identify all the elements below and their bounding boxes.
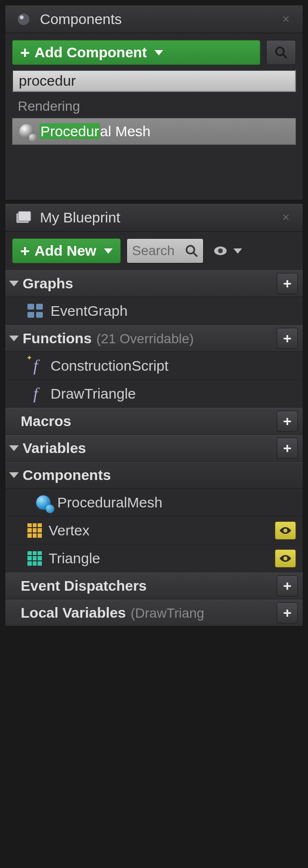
category-variables[interactable]: Variables + (5, 435, 303, 462)
item-label: ConstructionScript (51, 358, 168, 374)
item-label: Vertex (49, 522, 268, 539)
add-local-variable-button[interactable]: + (277, 602, 298, 623)
blueprint-toolbar: + Add New Search (5, 232, 303, 270)
search-section-label: Rendering (5, 96, 303, 118)
my-blueprint-panel: My Blueprint × + Add New Search Graphs +… (5, 203, 303, 627)
search-icon (274, 46, 288, 59)
item-constructionscript[interactable]: f ConstructionScript (5, 352, 303, 380)
category-label: Graphs (23, 275, 73, 292)
expand-icon (9, 336, 19, 341)
chevron-down-icon (154, 50, 163, 55)
add-function-button[interactable]: + (277, 328, 298, 349)
category-label: Macros (21, 413, 71, 429)
components-tab-header: Components × (5, 5, 303, 33)
category-label: Event Dispatchers (21, 578, 147, 594)
item-label: EventGraph (51, 303, 128, 319)
blueprint-icon (14, 208, 33, 227)
category-functions[interactable]: Functions (21 Overridable) + (5, 325, 303, 352)
eventgraph-icon (27, 304, 44, 318)
item-label: ProceduralMesh (57, 494, 162, 511)
svg-point-6 (187, 246, 194, 254)
search-toggle-button[interactable] (266, 40, 296, 65)
add-macro-button[interactable]: + (277, 411, 298, 432)
function-icon: f (27, 385, 44, 403)
category-components-vars[interactable]: Components (5, 462, 303, 489)
visibility-filter-button[interactable] (209, 238, 246, 263)
svg-line-3 (283, 54, 287, 58)
plus-icon: + (20, 242, 30, 260)
plus-icon: + (20, 43, 30, 62)
eye-icon (279, 526, 292, 535)
components-icon (14, 10, 33, 29)
add-new-button[interactable]: + Add New (12, 238, 121, 263)
var-triangle[interactable]: Triangle (5, 544, 303, 572)
category-label: Variables (23, 440, 86, 456)
function-icon: f (27, 357, 44, 375)
item-label: DrawTriangle (51, 386, 136, 402)
var-proceduralmesh[interactable]: ProceduralMesh (5, 489, 303, 517)
add-new-label: Add New (35, 243, 96, 259)
add-event-dispatcher-button[interactable]: + (277, 575, 298, 596)
category-local-variables[interactable]: Local Variables (DrawTriang + (5, 599, 303, 626)
category-note: (21 Overridable) (96, 331, 193, 347)
visibility-toggle-triangle[interactable] (275, 549, 296, 568)
item-drawtriangle[interactable]: f DrawTriangle (5, 380, 303, 408)
components-title: Components (40, 11, 278, 27)
search-result-procedural-mesh[interactable]: Procedural Mesh (12, 118, 296, 145)
add-component-label: Add Component (35, 44, 147, 61)
component-search-row (5, 70, 303, 96)
chevron-down-icon (233, 248, 242, 254)
blueprint-tab-header: My Blueprint × (5, 204, 303, 232)
search-icon (185, 244, 198, 258)
array-icon (27, 523, 42, 538)
eye-icon (213, 245, 228, 257)
blueprint-search-input[interactable]: Search (127, 238, 204, 263)
category-event-dispatchers[interactable]: Event Dispatchers + (5, 572, 303, 599)
svg-point-0 (18, 13, 29, 25)
svg-line-7 (193, 253, 197, 257)
add-component-button[interactable]: + Add Component (12, 40, 260, 65)
close-icon[interactable]: × (278, 210, 294, 225)
category-note: (DrawTriang (130, 606, 204, 621)
svg-point-9 (218, 248, 223, 253)
expand-icon (9, 472, 19, 478)
chevron-down-icon (104, 248, 113, 254)
svg-point-2 (276, 48, 284, 55)
item-label: Triangle (49, 550, 268, 567)
add-variable-button[interactable]: + (277, 438, 298, 459)
array-icon (27, 551, 42, 566)
expand-icon (9, 445, 19, 451)
components-toolbar: + Add Component (5, 33, 303, 70)
search-placeholder: Search (132, 243, 175, 259)
mesh-icon (19, 124, 34, 139)
component-var-icon (36, 495, 51, 510)
blueprint-title: My Blueprint (40, 209, 278, 226)
svg-point-1 (20, 15, 24, 19)
components-panel: Components × + Add Component Rendering P… (5, 5, 303, 200)
eye-icon (279, 554, 292, 563)
category-graphs[interactable]: Graphs + (5, 270, 303, 297)
component-search-input[interactable] (12, 70, 296, 92)
category-label: Functions (23, 330, 91, 347)
category-label: Components (23, 467, 111, 483)
visibility-toggle-vertex[interactable] (275, 521, 296, 540)
category-label: Local Variables (21, 605, 126, 621)
close-icon[interactable]: × (278, 12, 294, 26)
search-result-label: Procedural Mesh (39, 123, 151, 140)
add-graph-button[interactable]: + (277, 273, 298, 294)
expand-icon (9, 281, 19, 286)
svg-rect-5 (18, 211, 31, 221)
item-eventgraph[interactable]: EventGraph (5, 297, 303, 325)
category-macros[interactable]: Macros + (5, 408, 303, 435)
var-vertex[interactable]: Vertex (5, 517, 303, 544)
